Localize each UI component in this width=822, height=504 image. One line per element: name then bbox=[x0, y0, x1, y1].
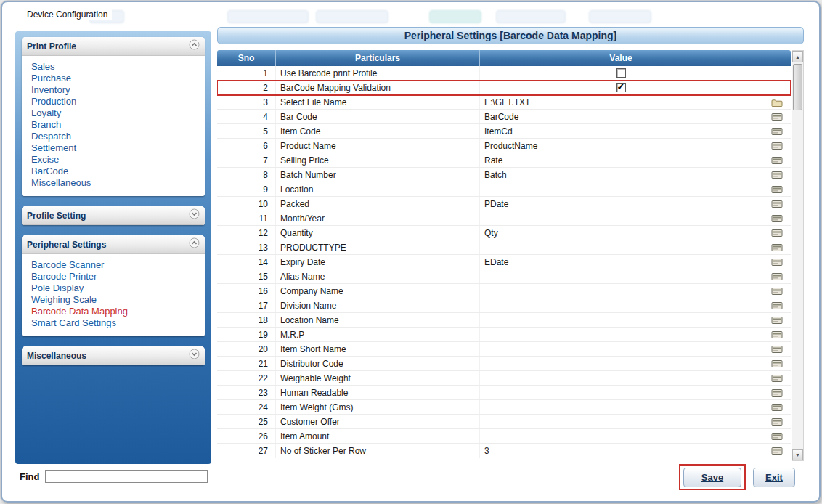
mapping-icon[interactable] bbox=[762, 298, 791, 312]
section-header-miscellaneous[interactable]: Miscellaneous bbox=[22, 346, 205, 365]
row-value[interactable] bbox=[480, 400, 762, 414]
sidebar-item-excise[interactable]: Excise bbox=[31, 154, 205, 166]
table-row[interactable]: 4Bar CodeBarCode bbox=[217, 110, 791, 124]
table-row[interactable]: 3Select File NameE:\GFT.TXT bbox=[217, 95, 791, 110]
mapping-icon[interactable] bbox=[762, 211, 791, 225]
mapping-icon[interactable] bbox=[762, 139, 791, 153]
sidebar-item-barcode[interactable]: BarCode bbox=[31, 166, 205, 177]
sidebar-item-branch[interactable]: Branch bbox=[31, 119, 205, 131]
table-row[interactable]: 9Location bbox=[217, 182, 791, 197]
mapping-icon[interactable] bbox=[762, 168, 791, 182]
row-value[interactable] bbox=[480, 415, 762, 428]
row-value[interactable]: ProductName bbox=[480, 139, 762, 153]
mapping-icon[interactable] bbox=[762, 386, 791, 399]
mapping-icon[interactable] bbox=[762, 342, 791, 356]
table-row[interactable]: 11Month/Year bbox=[217, 211, 791, 226]
table-row[interactable]: 20Item Short Name bbox=[217, 342, 791, 357]
table-row[interactable]: 12QuantityQty bbox=[217, 226, 791, 240]
checkbox-checked[interactable] bbox=[616, 83, 626, 92]
table-row[interactable]: 22Weighable Weight bbox=[217, 371, 791, 386]
mapping-icon[interactable] bbox=[762, 313, 791, 327]
table-row[interactable]: 2BarCode Mapping Validation bbox=[217, 81, 791, 95]
section-header-profile-setting[interactable]: Profile Setting bbox=[22, 206, 205, 225]
table-row[interactable]: 15Alias Name bbox=[217, 269, 791, 284]
table-row[interactable]: 6Product NameProductName bbox=[217, 139, 791, 153]
mapping-icon[interactable] bbox=[762, 371, 791, 385]
row-value[interactable] bbox=[480, 269, 762, 283]
chevron-up-icon[interactable] bbox=[189, 39, 200, 53]
find-input[interactable] bbox=[45, 470, 208, 483]
row-value[interactable] bbox=[480, 313, 762, 327]
scrollbar-thumb[interactable] bbox=[793, 64, 802, 110]
table-row[interactable]: 23Human Readable bbox=[217, 386, 791, 400]
chevron-up-icon[interactable] bbox=[189, 237, 200, 251]
sidebar-item-production[interactable]: Production bbox=[31, 96, 205, 107]
mapping-icon[interactable] bbox=[762, 328, 791, 341]
mapping-icon[interactable] bbox=[762, 110, 791, 123]
sidebar-item-loyalty[interactable]: Loyalty bbox=[31, 107, 205, 119]
browse-folder-icon[interactable] bbox=[762, 95, 791, 109]
table-row[interactable]: 27No of Sticker Per Row3 bbox=[217, 444, 791, 458]
row-value[interactable] bbox=[480, 371, 762, 385]
row-value[interactable] bbox=[480, 328, 762, 341]
mapping-icon[interactable] bbox=[762, 226, 791, 240]
table-row[interactable]: 8Batch NumberBatch bbox=[217, 168, 791, 182]
mapping-icon[interactable] bbox=[762, 124, 791, 138]
sidebar-item-miscellaneous[interactable]: Miscellaneous bbox=[31, 177, 205, 189]
mapping-icon[interactable] bbox=[762, 255, 791, 269]
table-row[interactable]: 14Expiry DateEDate bbox=[217, 255, 791, 269]
row-value[interactable] bbox=[480, 211, 762, 225]
table-row[interactable]: 7Selling PriceRate bbox=[217, 153, 791, 168]
chevron-down-icon[interactable] bbox=[189, 349, 200, 362]
sidebar-item-settlement[interactable]: Settlement bbox=[31, 142, 205, 154]
mapping-icon[interactable] bbox=[762, 284, 791, 298]
sidebar-item-pole-display[interactable]: Pole Display bbox=[31, 283, 205, 294]
sidebar-item-barcode-printer[interactable]: Barcode Printer bbox=[31, 271, 205, 283]
table-row[interactable]: 18Location Name bbox=[217, 313, 791, 328]
row-value[interactable] bbox=[480, 284, 762, 298]
row-value[interactable]: PDate bbox=[480, 197, 762, 211]
checkbox-unchecked[interactable] bbox=[616, 68, 626, 78]
vertical-scrollbar[interactable]: ▲ ▼ bbox=[792, 50, 804, 461]
mapping-icon[interactable] bbox=[762, 197, 791, 211]
mapping-icon[interactable] bbox=[762, 240, 791, 254]
table-row[interactable]: 21Distributor Code bbox=[217, 357, 791, 371]
section-header-print-profile[interactable]: Print Profile bbox=[22, 37, 205, 56]
row-value[interactable] bbox=[480, 182, 762, 196]
table-row[interactable]: 16Company Name bbox=[217, 284, 791, 298]
mapping-icon[interactable] bbox=[762, 182, 791, 196]
sidebar-item-purchase[interactable]: Purchase bbox=[31, 73, 205, 84]
row-value[interactable] bbox=[480, 357, 762, 370]
table-row[interactable]: 17Division Name bbox=[217, 298, 791, 313]
row-value[interactable]: BarCode bbox=[480, 110, 762, 123]
row-value[interactable]: Batch bbox=[480, 168, 762, 182]
section-header-peripheral-settings[interactable]: Peripheral Settings bbox=[22, 235, 205, 254]
row-value[interactable]: 3 bbox=[480, 444, 762, 458]
table-row[interactable]: 19M.R.P bbox=[217, 328, 791, 342]
column-header-value[interactable]: Value bbox=[480, 50, 762, 66]
chevron-down-icon[interactable] bbox=[189, 208, 200, 222]
mapping-icon[interactable] bbox=[762, 415, 791, 428]
save-button[interactable]: Save bbox=[683, 468, 741, 487]
table-row[interactable]: 26Item Amount bbox=[217, 429, 791, 444]
mapping-icon[interactable] bbox=[762, 153, 791, 167]
row-value[interactable]: E:\GFT.TXT bbox=[480, 95, 762, 109]
sidebar-item-sales[interactable]: Sales bbox=[31, 61, 205, 73]
row-value[interactable]: Rate bbox=[480, 153, 762, 167]
sidebar-item-weighing-scale[interactable]: Weighing Scale bbox=[31, 294, 205, 306]
row-value[interactable]: Qty bbox=[480, 226, 762, 240]
table-row[interactable]: 5Item CodeItemCd bbox=[217, 124, 791, 139]
sidebar-item-despatch[interactable]: Despatch bbox=[31, 131, 205, 142]
table-row[interactable]: 25Customer Offer bbox=[217, 415, 791, 429]
row-value[interactable] bbox=[480, 429, 762, 443]
table-row[interactable]: 1Use Barcode print Profile bbox=[217, 66, 791, 81]
row-value[interactable] bbox=[480, 240, 762, 254]
mapping-icon[interactable] bbox=[762, 444, 791, 458]
row-value[interactable] bbox=[480, 342, 762, 356]
column-header-particulars[interactable]: Particulars bbox=[276, 50, 480, 66]
mapping-icon[interactable] bbox=[762, 400, 791, 414]
table-row[interactable]: 13PRODUCTTYPE bbox=[217, 240, 791, 255]
sidebar-item-smart-card-settings[interactable]: Smart Card Settings bbox=[31, 317, 205, 329]
scroll-down-icon[interactable]: ▼ bbox=[792, 449, 803, 460]
row-value[interactable] bbox=[480, 386, 762, 399]
